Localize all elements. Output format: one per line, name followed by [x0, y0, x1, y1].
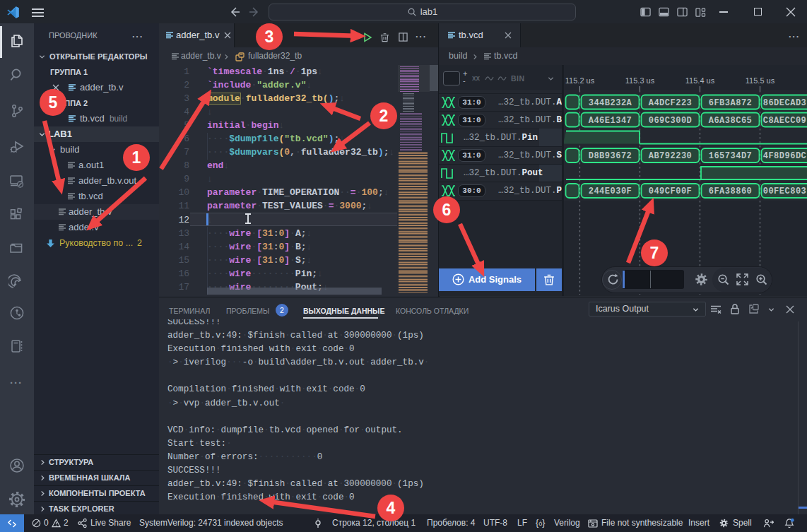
- svg-text:4: 4: [387, 499, 396, 517]
- svg-text:7: 7: [650, 244, 659, 262]
- svg-text:2: 2: [379, 107, 389, 125]
- svg-text:5: 5: [49, 93, 58, 112]
- svg-text:1: 1: [132, 148, 141, 167]
- svg-text:6: 6: [442, 201, 452, 219]
- svg-text:3: 3: [265, 28, 274, 46]
